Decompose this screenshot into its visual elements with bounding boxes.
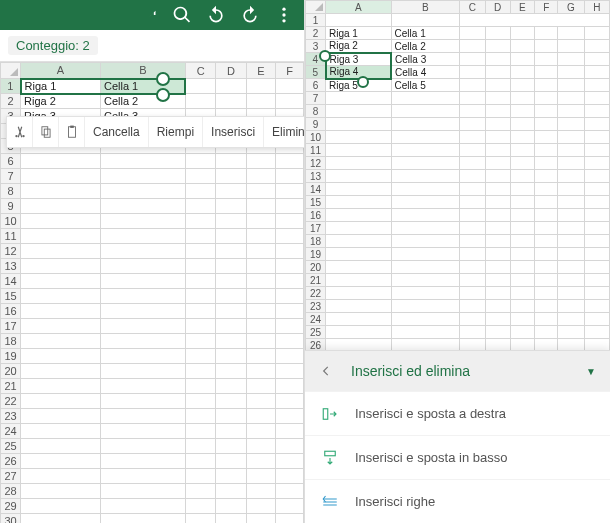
cell[interactable] (275, 454, 303, 469)
cell[interactable] (326, 274, 392, 287)
cell[interactable] (326, 222, 392, 235)
cell[interactable] (246, 94, 275, 109)
cell[interactable] (460, 53, 485, 66)
cell[interactable] (460, 92, 485, 105)
selection-handle-bottom[interactable] (156, 88, 170, 102)
cell[interactable] (246, 439, 275, 454)
cell[interactable] (558, 274, 584, 287)
cell[interactable] (558, 300, 584, 313)
cell[interactable] (558, 27, 584, 40)
selection-handle-top[interactable] (319, 50, 331, 62)
cell[interactable] (216, 184, 246, 199)
row-header[interactable]: 24 (306, 313, 326, 326)
row-header[interactable]: 6 (306, 79, 326, 92)
cell[interactable] (558, 131, 584, 144)
row-header[interactable]: 12 (306, 157, 326, 170)
cell[interactable] (558, 66, 584, 79)
cell[interactable] (21, 499, 101, 514)
cell[interactable] (584, 300, 609, 313)
cell[interactable] (100, 289, 185, 304)
cell[interactable] (485, 27, 510, 40)
cell[interactable] (185, 199, 215, 214)
cell[interactable] (391, 118, 460, 131)
cell[interactable] (100, 199, 185, 214)
cell[interactable] (326, 209, 392, 222)
cell[interactable] (100, 229, 185, 244)
row-header[interactable]: 25 (1, 439, 21, 454)
cell[interactable] (584, 261, 609, 274)
row-header[interactable]: 25 (306, 326, 326, 339)
row-header[interactable]: 29 (1, 499, 21, 514)
cell[interactable] (100, 319, 185, 334)
cell[interactable] (246, 394, 275, 409)
cell[interactable] (185, 259, 215, 274)
dropdown-caret-icon[interactable]: ▼ (586, 366, 596, 377)
cell[interactable]: Cella 4 (391, 66, 460, 79)
cell[interactable] (460, 144, 485, 157)
cell[interactable] (485, 40, 510, 53)
cell[interactable] (391, 196, 460, 209)
cell[interactable] (100, 439, 185, 454)
cell[interactable] (485, 157, 510, 170)
cell[interactable]: Riga 2 (21, 94, 101, 109)
cell[interactable] (584, 79, 609, 92)
copy-button[interactable] (33, 117, 59, 147)
cell[interactable] (185, 79, 215, 94)
cell[interactable] (460, 14, 610, 27)
cell[interactable] (510, 79, 534, 92)
cell[interactable] (485, 53, 510, 66)
cell[interactable] (326, 313, 392, 326)
cell[interactable] (485, 300, 510, 313)
back-icon[interactable] (319, 364, 333, 378)
cell[interactable] (460, 313, 485, 326)
cell[interactable] (246, 469, 275, 484)
cut-button[interactable] (7, 117, 33, 147)
cell[interactable] (246, 229, 275, 244)
col-header-e[interactable]: E (510, 1, 534, 14)
row-header[interactable]: 20 (306, 261, 326, 274)
cell[interactable] (391, 92, 460, 105)
cell[interactable] (21, 409, 101, 424)
cell[interactable] (485, 196, 510, 209)
cell[interactable] (246, 514, 275, 524)
cell[interactable] (275, 244, 303, 259)
cell[interactable] (275, 499, 303, 514)
cell[interactable] (391, 287, 460, 300)
cell[interactable] (21, 364, 101, 379)
cell[interactable] (558, 144, 584, 157)
cell[interactable] (185, 424, 215, 439)
cell[interactable] (460, 157, 485, 170)
col-header-c[interactable]: C (460, 1, 485, 14)
cell[interactable] (460, 79, 485, 92)
cell[interactable]: Cella 5 (391, 79, 460, 92)
cell[interactable] (275, 334, 303, 349)
col-header-d[interactable]: D (216, 63, 246, 79)
cell[interactable] (326, 300, 392, 313)
col-header-c[interactable]: C (185, 63, 215, 79)
cell[interactable] (246, 184, 275, 199)
cell[interactable] (275, 214, 303, 229)
cell[interactable] (460, 66, 485, 79)
cell[interactable] (216, 439, 246, 454)
cell[interactable] (216, 274, 246, 289)
cell[interactable] (460, 274, 485, 287)
cell[interactable] (100, 334, 185, 349)
cell[interactable] (326, 248, 392, 261)
cell[interactable] (216, 289, 246, 304)
cell[interactable] (584, 313, 609, 326)
cell[interactable] (21, 424, 101, 439)
cell[interactable] (485, 92, 510, 105)
row-header[interactable]: 12 (1, 244, 21, 259)
row-header[interactable]: 9 (1, 199, 21, 214)
cell[interactable] (21, 199, 101, 214)
cell[interactable] (185, 484, 215, 499)
cell[interactable] (216, 469, 246, 484)
row-header[interactable]: 22 (1, 394, 21, 409)
cell[interactable] (391, 313, 460, 326)
cell[interactable] (558, 157, 584, 170)
row-header[interactable]: 15 (306, 196, 326, 209)
paste-button[interactable] (59, 117, 85, 147)
cell[interactable] (275, 184, 303, 199)
cell[interactable] (584, 27, 609, 40)
cell[interactable] (216, 454, 246, 469)
